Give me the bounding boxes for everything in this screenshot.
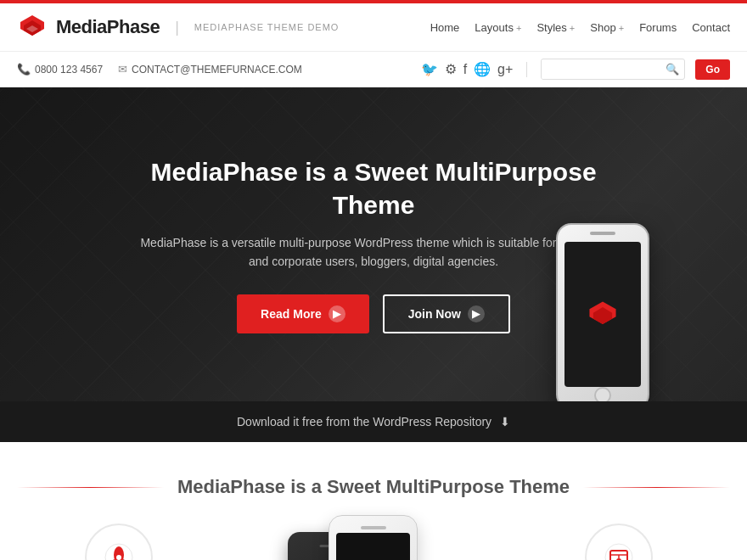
nav-link-forums[interactable]: Forums: [639, 21, 677, 34]
phone-image-group: [271, 507, 458, 560]
hero-phone-mockup: [526, 223, 679, 401]
main-section: MediaPhase is a Sweet MultiPurpose Theme…: [0, 442, 747, 560]
nav-item-home[interactable]: Home: [430, 20, 460, 35]
phone-outer: [556, 223, 649, 401]
email-address: CONTACT@THEMEFURNACE.COM: [132, 64, 302, 76]
phone-logo-icon: [586, 298, 620, 332]
join-now-button[interactable]: Join Now ▶: [383, 294, 510, 333]
go-button[interactable]: Go: [695, 59, 730, 80]
phone-number: 0800 123 4567: [35, 64, 103, 76]
nav-item-layouts[interactable]: Layouts: [475, 20, 521, 35]
nav-item-styles[interactable]: Styles: [536, 20, 575, 35]
hero-title: MediaPhase is a Sweet MultiPurpose Theme: [136, 155, 611, 221]
theme-demo-text: MEDIAPHASE THEME DEMO: [194, 22, 340, 32]
nav-link-contact[interactable]: Contact: [692, 21, 730, 34]
email-contact: ✉ CONTACT@THEMEFURNACE.COM: [118, 63, 302, 76]
phone-contact: 📞 0800 123 4567: [17, 63, 103, 76]
twitter-icon[interactable]: 🐦: [421, 61, 438, 77]
feature-card-templates: Multiple Page Templates: [559, 524, 679, 560]
phone-icon: 📞: [17, 63, 31, 76]
main-nav: Home Layouts Styles Shop Forums Contact: [430, 20, 730, 35]
sub-header: 📞 0800 123 4567 ✉ CONTACT@THEMEFURNACE.C…: [0, 52, 747, 87]
social-divider: [526, 62, 527, 77]
read-more-label: Read More: [261, 307, 322, 321]
search-button[interactable]: 🔍: [660, 59, 684, 79]
download-text: Download it free from the WordPress Repo…: [237, 415, 491, 428]
feature-icon-multipurpose: [85, 524, 153, 560]
nav-item-forums[interactable]: Forums: [639, 20, 677, 35]
logo-text: MediaPhase: [56, 16, 160, 38]
download-icon: ⬇: [500, 415, 510, 428]
nav-item-contact[interactable]: Contact: [692, 20, 730, 35]
gplus-icon[interactable]: g+: [497, 62, 513, 77]
feature-icon-templates: [585, 524, 653, 560]
section-title-text: MediaPhase is a Sweet MultiPurpose Theme: [177, 476, 570, 498]
wordpress-icon[interactable]: ⚙: [445, 61, 457, 77]
nav-menu: Home Layouts Styles Shop Forums Contact: [430, 20, 730, 35]
phone-screen: [564, 242, 641, 387]
phone-home-button: [594, 387, 611, 401]
nav-link-home[interactable]: Home: [430, 21, 460, 34]
phone-white: [329, 515, 418, 560]
download-bar: Download it free from the WordPress Repo…: [0, 401, 747, 442]
read-more-button[interactable]: Read More ▶: [237, 294, 369, 333]
contact-info: 📞 0800 123 4567 ✉ CONTACT@THEMEFURNACE.C…: [17, 63, 302, 76]
center-phones: [271, 507, 458, 560]
logo-icon: [17, 12, 48, 42]
globe-icon[interactable]: 🌐: [474, 61, 491, 77]
header: MediaPhase | MEDIAPHASE THEME DEMO Home …: [0, 3, 747, 52]
nav-item-shop[interactable]: Shop: [590, 20, 624, 35]
rocket-icon: [104, 542, 134, 560]
facebook-icon[interactable]: f: [463, 62, 467, 77]
join-now-label: Join Now: [408, 307, 461, 321]
hero-section: MediaPhase is a Sweet MultiPurpose Theme…: [0, 87, 747, 401]
phone-speaker: [590, 232, 615, 235]
search-box: 🔍: [541, 59, 685, 80]
nav-link-layouts[interactable]: Layouts: [475, 21, 514, 34]
nav-link-shop[interactable]: Shop: [590, 21, 615, 34]
logo-area: MediaPhase | MEDIAPHASE THEME DEMO: [17, 12, 339, 42]
social-search: 🐦 ⚙ f 🌐 g+ 🔍 Go: [421, 59, 730, 80]
templates-icon: [604, 542, 634, 560]
feature-card-multipurpose: Multi-Pupose Theme: [68, 524, 170, 560]
email-icon: ✉: [118, 63, 127, 76]
search-input[interactable]: [542, 60, 660, 79]
nav-link-styles[interactable]: Styles: [536, 21, 566, 34]
read-more-arrow-icon: ▶: [329, 305, 345, 322]
join-now-arrow-icon: ▶: [468, 305, 485, 322]
social-icons: 🐦 ⚙ f 🌐 g+: [421, 61, 514, 77]
section-title: MediaPhase is a Sweet MultiPurpose Theme: [17, 476, 730, 498]
svg-point-9: [116, 555, 121, 560]
logo-divider: |: [175, 19, 179, 36]
